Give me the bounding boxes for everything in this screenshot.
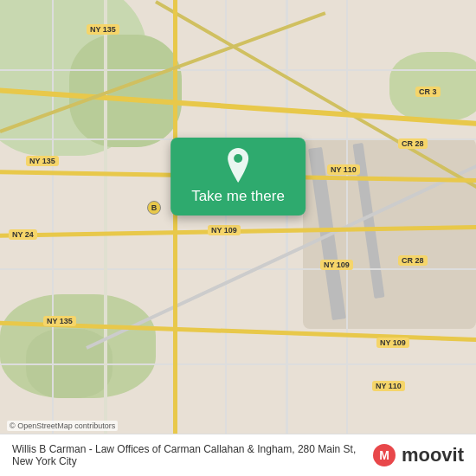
road-label-ny135-mid: NY 135 — [26, 156, 59, 166]
minor-road-1 — [0, 69, 476, 71]
road-label-ny109-3: NY 109 — [376, 338, 409, 348]
business-info: Willis B Carman - Law Offices of Carman … — [12, 443, 372, 467]
road-label-cr28-1: CR 28 — [398, 138, 428, 149]
road-label-cr28-2: CR 28 — [398, 255, 428, 266]
b-marker: B — [147, 201, 161, 215]
bottom-bar: Willis B Carman - Law Offices of Carman … — [0, 434, 476, 476]
road-label-ny109-2: NY 109 — [320, 260, 353, 270]
popup-container[interactable]: Take me there — [170, 138, 306, 215]
minor-road-4 — [0, 363, 476, 365]
minor-road-6 — [225, 0, 227, 476]
location-pin-icon — [224, 148, 252, 183]
svg-point-0 — [234, 154, 242, 163]
take-me-there-button[interactable]: Take me there — [170, 138, 306, 215]
svg-text:M: M — [379, 448, 389, 462]
road-label-ny109-1: NY 109 — [208, 225, 241, 235]
moovit-text: moovit — [402, 444, 464, 466]
road-v1 — [173, 0, 177, 476]
road-label-ny110: NY 110 — [327, 164, 360, 175]
moovit-logo: M moovit — [372, 443, 464, 467]
moovit-icon: M — [372, 443, 396, 467]
road-label-cr3: CR 3 — [415, 87, 441, 97]
take-me-there-label: Take me there — [191, 188, 285, 205]
road-label-ny24: NY 24 — [9, 229, 37, 240]
road-v3 — [286, 0, 288, 476]
minor-road-7 — [346, 0, 348, 476]
map-attribution: © OpenStreetMap contributors — [7, 421, 118, 431]
road-label-ny135-top: NY 135 — [87, 24, 119, 35]
road-v2 — [104, 0, 107, 476]
road-label-ny110-bot: NY 110 — [372, 381, 405, 391]
minor-road-3 — [0, 268, 476, 270]
map-container: NY 135 NY 135 NY 135 NY 110 NY 109 NY 10… — [0, 0, 476, 476]
road-label-ny135-bot: NY 135 — [43, 316, 76, 326]
park-area-2 — [69, 35, 182, 147]
minor-road-5 — [52, 0, 54, 476]
